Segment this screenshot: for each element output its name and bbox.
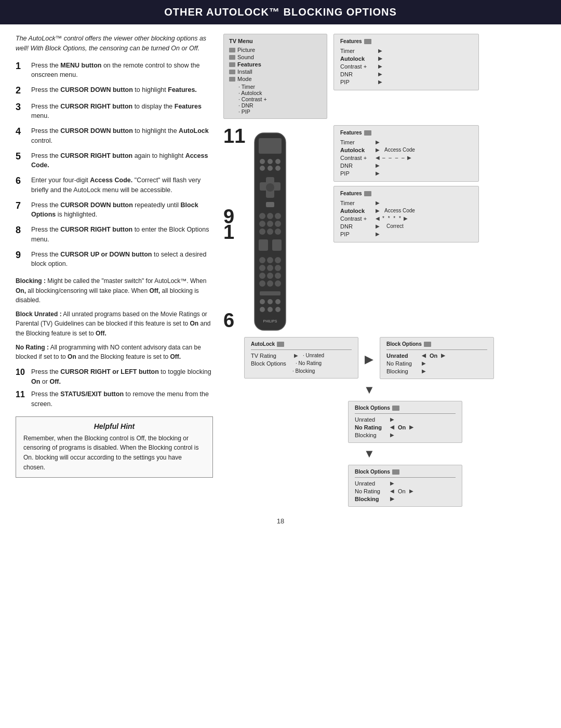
- tv-menu-row-mode: Mode: [229, 75, 322, 83]
- svg-point-29: [259, 273, 265, 279]
- step-text-6: Enter your four-digit Access Code. "Corr…: [31, 176, 213, 195]
- svg-point-19: [267, 228, 273, 235]
- bo3-blocking: Blocking ▶: [355, 495, 456, 503]
- bo2-icon: [392, 406, 399, 411]
- step-1: 1 Press the MENU button on the remote co…: [16, 61, 213, 80]
- bo3-no-rating: No Rating ◀ On ▶: [355, 487, 456, 495]
- step-5: 5 Press the CURSOR RIGHT button again to…: [16, 151, 213, 171]
- step-text-2: Press the CURSOR DOWN button to highligh…: [31, 85, 197, 95]
- svg-point-12: [259, 213, 265, 219]
- step-text-7: Press the CURSOR DOWN button repeatedly …: [31, 200, 213, 220]
- page-number: 18: [0, 517, 561, 525]
- fs3-autolock: Autolock▶Access Code: [340, 207, 472, 214]
- features-screen-1-title: Features: [340, 38, 472, 44]
- svg-point-34: [275, 280, 281, 287]
- page-header: Other AutoLock™ Blocking Options: [0, 0, 561, 24]
- bo2-no-rating: No Rating ◀ On ▶: [355, 423, 456, 431]
- step-num-5: 5: [16, 151, 27, 163]
- fs3-pip: PIP▶: [340, 230, 472, 238]
- svg-point-4: [275, 159, 280, 164]
- step-4: 4 Press the CURSOR DOWN button to highli…: [16, 126, 213, 146]
- step-num-7: 7: [16, 200, 27, 212]
- tv-main-menu: TV Menu Picture Sound Features In: [223, 34, 327, 119]
- step-text-3: Press the CURSOR RIGHT button to display…: [31, 102, 213, 122]
- fs1-pip: PIP▶: [340, 78, 472, 86]
- svg-rect-22: [272, 239, 282, 251]
- svg-point-23: [259, 257, 265, 263]
- intro-text: The AutoLock™ control offers the viewer …: [16, 34, 213, 53]
- helpful-hint-box: Helpful Hint Remember, when the Blocking…: [16, 416, 213, 478]
- svg-rect-21: [259, 239, 268, 251]
- tv-menu-row-picture: Picture: [229, 46, 322, 53]
- step-text-4: Press the CURSOR DOWN button to highligh…: [31, 126, 213, 146]
- tv-submenu: · Timer · Autolock · Contrast + · DNR · …: [238, 84, 322, 115]
- features-s3-title: Features: [340, 191, 472, 196]
- svg-point-36: [260, 299, 265, 304]
- tv-main-menu-header: TV Menu: [229, 38, 322, 44]
- svg-point-38: [275, 299, 280, 304]
- svg-point-31: [275, 273, 281, 279]
- step-2: 2 Press the CURSOR DOWN button to highli…: [16, 85, 213, 97]
- step-num-4: 4: [16, 126, 27, 138]
- fs1-timer: Timer▶: [340, 47, 472, 55]
- svg-point-27: [267, 265, 273, 271]
- step-text-9: Press the CURSOR UP or DOWN button to se…: [31, 250, 213, 269]
- svg-point-3: [268, 159, 273, 164]
- fs2-contrast: Contrast +◀– – – –▶: [340, 154, 472, 161]
- svg-point-2: [260, 159, 265, 164]
- bo1-unrated: Unrated ◀ On ▶: [386, 352, 487, 359]
- fs2-pip: PIP▶: [340, 169, 472, 177]
- bo3-icon: [392, 469, 399, 475]
- svg-point-17: [275, 221, 281, 227]
- svg-point-33: [267, 280, 273, 287]
- step-num-3: 3: [16, 102, 27, 113]
- step-9: 9 Press the CURSOR UP or DOWN button to …: [16, 250, 213, 269]
- step-text-5: Press the CURSOR RIGHT button again to h…: [31, 151, 213, 171]
- svg-text:PHILIPS: PHILIPS: [263, 319, 277, 323]
- step-text-8: Press the CURSOR RIGHT button to enter t…: [31, 225, 213, 245]
- svg-point-41: [275, 307, 280, 312]
- bo1-icon: [424, 342, 431, 347]
- helpful-hint-title: Helpful Hint: [23, 422, 205, 430]
- al-block-options: Block Options · No Rating: [251, 359, 352, 367]
- install-icon: [229, 70, 235, 74]
- bo2-unrated: Unrated ▶: [355, 415, 456, 423]
- block-options-screen-2: Block Options Unrated ▶ No Rating ◀ On ▶…: [348, 401, 462, 443]
- page-title: Other AutoLock™ Blocking Options: [0, 6, 561, 18]
- features-s1-icon: [364, 39, 371, 44]
- autolock-title: AutoLock: [251, 341, 352, 347]
- step-11: 11 Press the STATUS/EXIT button to remov…: [16, 389, 213, 409]
- features-s2-title: Features: [340, 130, 472, 136]
- fs2-timer: Timer▶: [340, 138, 472, 146]
- remote-svg: PHILIPS: [244, 130, 296, 338]
- step-text-1: Press the MENU button on the remote cont…: [31, 61, 213, 80]
- svg-point-13: [267, 213, 273, 219]
- bo2-title: Block Options: [355, 405, 456, 411]
- blocking-text: Blocking : Might be called the "master s…: [16, 276, 213, 305]
- bo1-title: Block Options: [386, 341, 487, 347]
- svg-rect-35: [260, 291, 280, 295]
- bo3-title: Block Options: [355, 469, 456, 475]
- fs1-contrast: Contrast +▶: [340, 62, 472, 70]
- features-screen-3: Features Timer▶ Autolock▶Access Code Con…: [333, 186, 479, 242]
- step-num-9: 9: [16, 250, 27, 261]
- features-s3-icon: [364, 191, 371, 196]
- svg-point-6: [268, 166, 273, 171]
- right-column: TV Menu Picture Sound Features In: [223, 34, 545, 507]
- step-text-11: Press the STATUS/EXIT button to remove t…: [31, 389, 213, 409]
- fs1-dnr: DNR▶: [340, 70, 472, 78]
- svg-point-24: [267, 257, 273, 263]
- big-num-11: 11: [223, 125, 245, 147]
- step-num-8: 8: [16, 225, 27, 236]
- block-options-screen-3-wrap: Block Options Unrated ▶ No Rating ◀ On ▶…: [348, 465, 462, 507]
- svg-point-16: [267, 221, 273, 227]
- fs3-dnr: DNR▶Correct: [340, 222, 472, 230]
- fs3-contrast: Contrast +◀* * * *▶: [340, 214, 472, 222]
- big-num-1: 1: [223, 221, 234, 244]
- step-6: 6 Enter your four-digit Access Code. "Co…: [16, 176, 213, 195]
- svg-rect-1: [259, 138, 282, 154]
- step-7: 7 Press the CURSOR DOWN button repeatedl…: [16, 200, 213, 220]
- helpful-hint-text: Remember, when the Blocking control is O…: [23, 434, 205, 472]
- al-tv-rating: TV Rating ▶ · Unrated: [251, 352, 352, 359]
- arrow-down-indicator-2: ▼: [364, 447, 375, 461]
